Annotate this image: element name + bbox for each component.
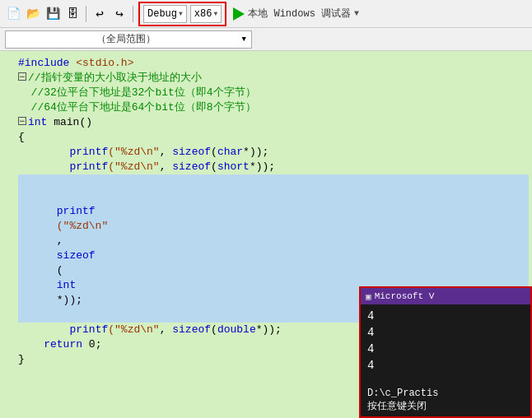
return-kw: return	[44, 337, 82, 352]
console-footer: D:\c_Practis 按任意键关闭	[367, 387, 524, 413]
comment-2: //32位平台下地址是32个bit位（即4个字节）	[31, 86, 256, 100]
type-8: short	[217, 160, 250, 174]
debug-mode-label: Debug	[147, 8, 177, 20]
printf-str-8: ("%zd\n"	[108, 160, 159, 174]
printf-kw-9: printf	[57, 205, 96, 217]
type-10: double	[217, 323, 256, 337]
save-icon[interactable]: 💾	[44, 6, 61, 22]
sizeof-kw-10: sizeof	[172, 323, 211, 337]
arch-dropdown[interactable]: x86 ▼	[190, 5, 222, 23]
redo-icon[interactable]: ↪	[111, 6, 128, 22]
comment-1: //指针变量的大小取决于地址的大小	[28, 71, 202, 86]
int-keyword: int	[28, 115, 47, 130]
open-brace: {	[18, 130, 25, 145]
scope-label: （全局范围）	[96, 32, 156, 46]
code-line-1: #include <stdio.h>	[18, 56, 529, 71]
return-val: 0;	[82, 337, 101, 352]
code-area: #include <stdio.h> //指针变量的大小取决于地址的大小 //3…	[0, 51, 532, 418]
close-brace: }	[18, 352, 25, 367]
console-val-1: 4	[367, 308, 524, 324]
debug-mode-arrow: ▼	[179, 10, 183, 17]
secondary-toolbar: （全局范围） ▼	[0, 28, 532, 51]
sizeof-arg-10: (	[211, 323, 217, 337]
ptr-7: *));	[243, 145, 268, 160]
line-numbers	[0, 51, 15, 418]
comment-3: //64位平台下地址是64个bit位（即8个字节）	[31, 100, 256, 115]
code-line-3: //32位平台下地址是32个bit位（即4个字节）	[18, 86, 529, 100]
ptr-10: *));	[256, 323, 282, 337]
printf-kw-8: printf	[69, 160, 108, 174]
undo-icon[interactable]: ↩	[91, 6, 108, 22]
console-output: 4 4 4 4	[361, 304, 530, 377]
sizeof-arg-8: (	[211, 160, 217, 174]
console-overlay: ▣ Microsoft V 4 4 4 4 D:\c_Practis 按任意键关…	[359, 286, 532, 418]
printf-str-10: ("%zd\n"	[108, 323, 159, 337]
include-space	[69, 56, 76, 71]
console-title: Microsoft V	[375, 291, 435, 301]
separator2	[133, 6, 133, 22]
console-titlebar: ▣ Microsoft V	[361, 288, 530, 304]
scope-dropdown[interactable]: （全局范围） ▼	[5, 30, 252, 49]
run-arrow: ▼	[354, 9, 359, 18]
arch-label: x86	[194, 8, 212, 20]
console-val-4: 4	[367, 357, 524, 374]
console-icon: ▣	[366, 291, 371, 302]
console-path: D:\c_Practis	[367, 387, 524, 400]
printf-rest-10: ,	[160, 323, 173, 337]
printf-kw-10: printf	[69, 323, 108, 337]
code-line-7: printf ("%zd\n" , sizeof ( char *));	[18, 145, 529, 160]
run-button[interactable]: 本地 Windows 调试器 ▼	[233, 7, 359, 21]
sizeof-kw-9: sizeof	[57, 249, 96, 262]
ptr-9: *));	[57, 294, 82, 306]
printf-str-9: ("%zd\n"	[57, 220, 108, 232]
printf-rest-8: ,	[160, 160, 173, 174]
type-7: char	[217, 145, 243, 160]
sizeof-arg-7: (	[211, 145, 217, 160]
debug-config-group: Debug ▼ x86 ▼	[138, 2, 226, 26]
sizeof-kw-7: sizeof	[172, 145, 211, 160]
main-toolbar: 📄 📂 💾 🗄 ↩ ↪ Debug ▼ x86 ▼ 本地 Windows 调试器…	[0, 0, 532, 28]
indent-11	[18, 337, 44, 352]
code-line-5: int main()	[18, 115, 529, 130]
sizeof-arg-9: (	[57, 264, 63, 276]
console-hint: 按任意键关闭	[367, 400, 524, 413]
indent-7	[18, 145, 69, 160]
comment-indent-3	[18, 100, 31, 115]
comment-indent-2	[18, 86, 31, 100]
include-header: <stdio.h>	[76, 56, 133, 71]
new-file-icon[interactable]: 📄	[5, 6, 21, 22]
open-file-icon[interactable]: 📂	[25, 6, 41, 22]
sizeof-kw-8: sizeof	[172, 160, 211, 174]
indent-8	[18, 160, 69, 174]
printf-kw-7: printf	[69, 145, 108, 160]
indent-9	[57, 190, 108, 202]
include-keyword: #include	[18, 56, 69, 71]
play-triangle-icon	[233, 7, 245, 21]
main-func: main()	[47, 115, 92, 130]
console-val-3: 4	[367, 341, 524, 357]
printf-str-7: ("%zd\n"	[108, 145, 159, 160]
scope-arrow: ▼	[242, 35, 246, 44]
printf-rest-9: ,	[57, 235, 70, 247]
code-line-6: {	[18, 130, 529, 145]
ptr-8: *));	[250, 160, 275, 174]
console-val-2: 4	[367, 324, 524, 341]
indent-10	[18, 323, 69, 337]
arch-arrow: ▼	[213, 10, 217, 17]
code-line-4: //64位平台下地址是64个bit位（即8个字节）	[18, 100, 529, 115]
collapse-icon-2[interactable]	[18, 117, 26, 125]
code-line-8: printf ("%zd\n" , sizeof ( short *));	[18, 160, 529, 174]
type-9: int	[57, 279, 76, 291]
save-all-icon[interactable]: 🗄	[64, 6, 81, 22]
collapse-icon-1[interactable]	[18, 72, 26, 81]
code-line-2: //指针变量的大小取决于地址的大小	[18, 71, 529, 86]
run-label: 本地 Windows 调试器	[248, 7, 351, 21]
separator1	[86, 6, 86, 22]
debug-mode-dropdown[interactable]: Debug ▼	[143, 5, 187, 23]
printf-rest-7: ,	[160, 145, 173, 160]
